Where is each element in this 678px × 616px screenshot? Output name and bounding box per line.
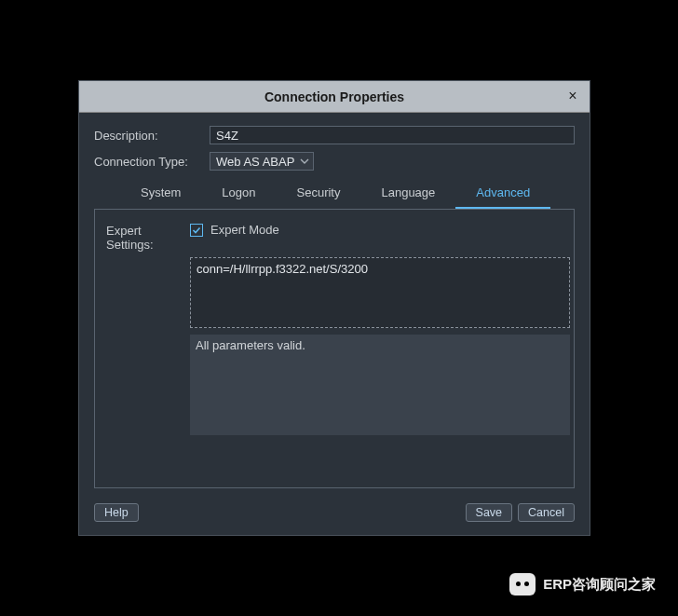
titlebar[interactable]: Connection Properties × <box>79 81 590 113</box>
validation-output: All parameters valid. <box>190 335 570 435</box>
tab-bar: System Logon Security Language Advanced <box>94 178 575 209</box>
connection-type-label: Connection Type: <box>94 155 206 169</box>
description-row: Description: <box>94 126 575 144</box>
help-button[interactable]: Help <box>94 503 139 522</box>
close-icon: × <box>568 88 576 103</box>
description-input[interactable] <box>210 126 575 144</box>
cancel-button[interactable]: Cancel <box>518 503 575 522</box>
chevron-down-icon <box>300 157 309 166</box>
connection-type-row: Connection Type: Web AS ABAP <box>94 152 575 171</box>
expert-mode-label: Expert Mode <box>210 223 279 237</box>
dialog-title: Connection Properties <box>264 89 404 104</box>
tab-security[interactable]: Security <box>277 178 361 209</box>
save-button[interactable]: Save <box>466 503 513 522</box>
description-label: Description: <box>94 129 206 143</box>
expert-mode-checkbox[interactable] <box>190 224 203 237</box>
expert-settings-row: Expert Settings: Expert Mode <box>106 223 563 252</box>
connection-type-value: Web AS ABAP <box>216 155 294 169</box>
tab-logon[interactable]: Logon <box>201 178 276 209</box>
tab-language[interactable]: Language <box>360 178 455 209</box>
watermark-text: ERP咨询顾问之家 <box>543 576 656 594</box>
connection-type-select[interactable]: Web AS ABAP <box>210 152 314 171</box>
validation-text: All parameters valid. <box>196 338 305 352</box>
expert-settings-label: Expert Settings: <box>106 223 186 252</box>
check-icon <box>192 226 201 235</box>
connection-string-textarea[interactable] <box>190 257 570 328</box>
advanced-panel: Expert Settings: Expert Mode All paramet… <box>94 209 575 488</box>
wechat-icon <box>509 573 536 595</box>
watermark: ERP咨询顾问之家 <box>509 573 656 595</box>
connection-string-area: All parameters valid. <box>190 257 563 435</box>
tab-system[interactable]: System <box>120 178 201 209</box>
dialog-footer: Help Save Cancel <box>94 494 575 522</box>
close-button[interactable]: × <box>563 87 582 105</box>
dialog-body: Description: Connection Type: Web AS ABA… <box>79 113 590 535</box>
connection-properties-dialog: Connection Properties × Description: Con… <box>78 80 590 536</box>
tab-advanced[interactable]: Advanced <box>455 178 550 209</box>
